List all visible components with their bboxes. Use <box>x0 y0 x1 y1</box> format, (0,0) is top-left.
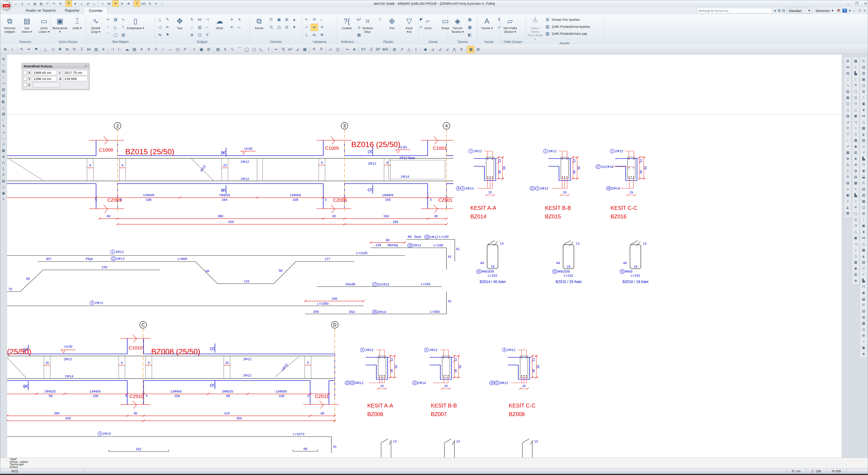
toolbar-icon[interactable]: ✕ <box>145 46 152 53</box>
right-toolbar-icon[interactable]: ⌶ <box>861 216 867 223</box>
left-toolbar-icon[interactable]: ✛ <box>1 123 6 129</box>
right-toolbar-icon[interactable]: ▢ <box>852 210 859 216</box>
right-toolbar-icon[interactable]: ▽ <box>845 131 851 137</box>
view-menu[interactable]: Görünüm▾ <box>814 8 835 13</box>
right-toolbar-icon[interactable]: ⌗ <box>852 186 859 192</box>
toolbar-icon[interactable]: ⊕R <box>381 46 389 53</box>
right-toolbar-icon[interactable]: ⌶ <box>861 338 867 344</box>
tab-çizimler[interactable]: Çizimler <box>84 7 107 14</box>
right-toolbar-icon[interactable]: ⊓ <box>852 223 859 229</box>
toolbar-icon[interactable]: ⌕ <box>9 46 16 53</box>
right-toolbar-icon[interactable]: ≝ <box>852 204 859 210</box>
edit-tools-icon[interactable]: ⎘ <box>268 16 275 23</box>
hatch-types-icon[interactable]: ▩ <box>466 24 473 31</box>
left-toolbar-icon[interactable]: ◈ <box>1 154 6 160</box>
toolbar-icon[interactable]: ✐ <box>181 46 188 53</box>
right-toolbar-icon[interactable]: ◈ <box>861 350 867 357</box>
right-toolbar-icon[interactable]: ▙ <box>852 192 859 198</box>
snap-tools-icon[interactable]: ⇆ <box>311 31 318 39</box>
toolbar-icon[interactable]: ⊿ <box>429 46 436 53</box>
right-toolbar-icon[interactable]: ◍ <box>852 168 859 174</box>
left-toolbar-icon[interactable]: ⊕ <box>1 56 6 62</box>
right-toolbar-icon[interactable]: ▨ <box>861 137 867 143</box>
left-toolbar-icon[interactable]: ◇ <box>1 184 6 190</box>
right-toolbar-icon[interactable]: ▧ <box>845 113 851 119</box>
right-toolbar-icon[interactable]: ▢ <box>852 88 859 94</box>
undo-icon[interactable]: ↶ <box>44 1 51 6</box>
modify-tools-icon[interactable]: △ <box>156 16 163 23</box>
toolbar-icon[interactable]: ⌗ <box>191 46 198 53</box>
right-toolbar-icon[interactable]: ⬓ <box>861 296 867 302</box>
right-toolbar-icon[interactable]: ◫ <box>861 326 867 332</box>
right-toolbar-icon[interactable]: ▙ <box>852 70 859 76</box>
primitive-tools-icon[interactable]: ⌇ <box>120 24 127 31</box>
right-toolbar-icon[interactable]: ▥ <box>845 88 851 94</box>
right-toolbar-icon[interactable]: ⊓ <box>861 162 867 168</box>
right-toolbar-icon[interactable]: ∟ <box>845 137 851 143</box>
left-toolbar-icon[interactable]: ∟ <box>1 135 6 141</box>
undo-history-icon[interactable]: ⟲ <box>57 1 63 6</box>
coordinate-box[interactable]: Koordinat Kutusu ✕ X 1569.44 cm L 2017.7… <box>22 63 89 90</box>
right-toolbar-icon[interactable]: ▦ <box>861 76 867 82</box>
left-toolbar-icon[interactable]: △ <box>1 105 6 111</box>
right-toolbar-icon[interactable]: ◭ <box>861 131 867 137</box>
right-toolbar-icon[interactable]: ⊞ <box>861 88 867 94</box>
edit-tools-icon[interactable]: ⊟ <box>283 24 290 31</box>
toolbar-icon[interactable]: ⊿ <box>436 46 443 53</box>
dim-extra-icon[interactable]: ⍁ <box>376 16 383 23</box>
right-toolbar-icon[interactable]: ⋈ <box>861 113 867 119</box>
status-zoom[interactable]: % 208 <box>826 469 846 474</box>
right-toolbar-icon[interactable]: ⊓ <box>861 283 867 290</box>
primitive-tools-icon[interactable]: ▨ <box>120 31 127 39</box>
l-field[interactable]: 2017.75 cm <box>63 70 88 75</box>
right-toolbar-icon[interactable]: △ <box>861 241 867 247</box>
polyline-button[interactable]: ∿SürekliÇizgi ▾ <box>87 15 104 34</box>
right-toolbar-icon[interactable]: ◈ <box>852 156 859 162</box>
toolbar-icon[interactable]: ⌊ <box>412 46 420 53</box>
toolbar-icon[interactable]: ⌐ <box>160 46 167 53</box>
primitive-tools-icon[interactable]: ◺ <box>112 24 119 31</box>
right-toolbar-icon[interactable]: ◈ <box>852 277 859 283</box>
toolbar-icon[interactable]: ⚑ <box>33 46 40 53</box>
z-checkbox[interactable] <box>23 83 27 87</box>
search-dropdown-icon[interactable]: ▾ <box>774 8 776 13</box>
right-toolbar-icon[interactable]: ▥ <box>852 271 859 277</box>
dropdown-arrow-icon[interactable]: ▾ <box>153 1 159 6</box>
left-toolbar-icon[interactable]: ∿ <box>1 80 6 86</box>
drawing-list-button[interactable]: ▭ÇizimListesi ▾ <box>35 15 53 34</box>
transform-tools-icon[interactable]: ↻ <box>188 16 195 23</box>
modify-tools-icon[interactable]: ✒ <box>164 24 171 31</box>
toolbar-icon[interactable]: ▢ <box>250 46 258 53</box>
left-toolbar-icon[interactable]: ⌗ <box>1 196 6 202</box>
right-toolbar-icon[interactable]: ◇ <box>861 143 867 149</box>
a-field[interactable]: 218.939 <box>63 76 88 81</box>
layer-front-icon[interactable]: ⧉ <box>778 8 780 13</box>
right-toolbar-icon[interactable]: ⇗ <box>845 143 851 149</box>
toolbar-icon[interactable]: ⊞ <box>474 46 482 53</box>
toolbar-icon[interactable]: ◆ <box>422 46 429 53</box>
toolbar-icon[interactable]: ◯ <box>243 46 250 53</box>
right-toolbar-icon[interactable]: ⬓ <box>861 174 867 180</box>
y-checkbox[interactable] <box>23 77 27 81</box>
left-toolbar-icon[interactable]: ▧ <box>1 111 6 117</box>
right-toolbar-icon[interactable]: ⌗ <box>861 271 867 277</box>
chevron-down-icon[interactable]: ▾ <box>849 8 850 13</box>
transform-tools-icon[interactable]: ⋈ <box>196 16 203 23</box>
toolbar-icon[interactable]: ⊿ <box>443 46 451 53</box>
right-toolbar-icon[interactable]: ◭ <box>845 204 851 210</box>
toolbar-icon[interactable]: ↯ <box>458 46 465 53</box>
menu-item-çelik-pozlandırma-ayarları[interactable]: ▨Çelik Pozlandırma Ayarları <box>545 24 590 30</box>
right-toolbar-icon[interactable]: ≝ <box>852 82 859 88</box>
floor-list-button[interactable]: ▤Katlistesi ▾ <box>18 15 35 34</box>
x-field[interactable]: 1569.44 cm <box>32 70 57 75</box>
right-toolbar-icon[interactable]: ⌶ <box>861 94 867 101</box>
snap-tools-icon[interactable]: ⌗ <box>303 24 310 31</box>
level-mark-button[interactable]: ⊕Kot <box>383 15 401 30</box>
right-toolbar-icon[interactable]: ◈ <box>845 156 851 162</box>
right-toolbar-icon[interactable]: ◇ <box>845 186 851 192</box>
right-toolbar-icon[interactable]: ▨ <box>861 259 867 265</box>
break-tools-icon[interactable]: ⌙ <box>236 24 243 31</box>
as-icon[interactable]: A/s <box>141 1 147 6</box>
save-all-icon[interactable]: ▥ <box>38 1 44 6</box>
section-level-button[interactable]: ▽KesitKot <box>401 15 418 34</box>
